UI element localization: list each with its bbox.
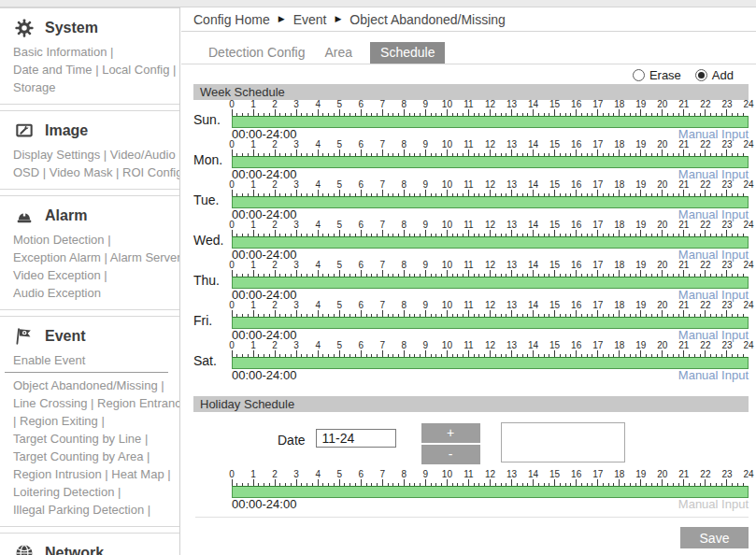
time-range: 00:00-24:00 [232, 289, 296, 301]
breadcrumb-item-event[interactable]: Event [293, 12, 327, 27]
schedule-bar[interactable] [232, 236, 749, 249]
hour-label: 19 [635, 470, 646, 479]
sidebar-section-header: Network [14, 543, 172, 555]
breadcrumb-item-config-home[interactable]: Config Home [193, 12, 270, 27]
add-date-button[interactable]: + [421, 423, 480, 443]
breadcrumb: Config Home▶Event▶Object Abandoned/Missi… [181, 7, 756, 32]
hour-label: 1 [250, 100, 256, 109]
hour-label: 13 [506, 301, 517, 310]
hour-label: 11 [464, 221, 473, 230]
hour-label: 20 [657, 100, 667, 109]
sidebar-link-line[interactable]: Loitering Detection | [13, 483, 172, 501]
hour-label: 4 [315, 261, 321, 270]
hour-label: 19 [635, 221, 646, 230]
sidebar-link-line[interactable]: Object Abandoned/Missing | [13, 377, 172, 394]
sidebar-link-line[interactable]: Motion Detection | [13, 231, 172, 249]
sidebar-link-line[interactable]: Line Crossing | Region Entrance [13, 394, 172, 412]
hour-label: 16 [571, 301, 581, 310]
hour-label: 20 [657, 180, 667, 190]
hour-label: 1 [250, 140, 256, 149]
gear-icon [14, 18, 35, 38]
sidebar-link-line[interactable]: Target Counting by Line | [13, 430, 172, 448]
date-input[interactable] [316, 429, 396, 448]
hour-label: 3 [293, 261, 299, 270]
save-button[interactable]: Save [680, 527, 749, 548]
timeline: 0123456789101112131415161718192021222324… [232, 140, 749, 180]
hour-label: 10 [442, 180, 452, 190]
hour-label: 15 [549, 470, 560, 479]
sidebar-link-line[interactable]: Storage [13, 78, 172, 96]
breadcrumb-item-object-abandoned-missing: Object Abandoned/Missing [349, 12, 506, 27]
hour-label: 9 [423, 221, 429, 230]
sidebar-link-line[interactable]: Date and Time | Local Config | [13, 61, 172, 78]
schedule-bar[interactable] [232, 277, 749, 289]
hour-label: 8 [402, 180, 407, 190]
hour-label: 6 [358, 221, 364, 230]
hour-label: 0 [229, 100, 235, 109]
day-label: Sun. [193, 100, 232, 140]
ruler-ticks [232, 310, 749, 317]
sidebar-section-title: Alarm [45, 207, 87, 224]
remove-date-button[interactable]: - [421, 445, 480, 464]
schedule-bar[interactable] [232, 196, 749, 208]
time-range: 00:00-24:00 [232, 168, 296, 180]
sidebar-link-line[interactable]: Target Counting by Area | [13, 448, 172, 465]
sidebar-link-line[interactable]: Audio Exception [13, 284, 172, 302]
hour-label: 8 [402, 100, 407, 109]
hour-label: 7 [380, 140, 386, 149]
sidebar-link-line[interactable]: OSD | Video Mask | ROI Config [13, 164, 172, 181]
tab-area[interactable]: Area [323, 42, 355, 64]
holiday-date-listbox[interactable] [501, 422, 625, 462]
hour-label: 12 [485, 100, 495, 109]
hour-label: 18 [614, 341, 624, 350]
ruler-ticks [232, 479, 749, 486]
ruler-hour-labels: 0123456789101112131415161718192021222324 [232, 221, 749, 230]
hour-label: 22 [700, 341, 710, 350]
hour-label: 7 [380, 470, 386, 479]
timeline: 0123456789101112131415161718192021222324… [232, 100, 749, 140]
hour-label: 15 [549, 100, 560, 109]
sidebar-item-enable-event[interactable]: Enable Event [13, 351, 172, 369]
hour-label: 7 [380, 301, 386, 310]
hour-label: 21 [678, 341, 689, 350]
sidebar-link-line[interactable]: Exception Alarm | Alarm Server | [13, 249, 172, 266]
day-label: Tue. [193, 180, 232, 221]
radio-add[interactable]: Add [695, 68, 734, 82]
tab-schedule[interactable]: Schedule [370, 42, 445, 64]
sidebar-link-line[interactable]: | Region Exiting | [13, 412, 172, 430]
hour-label: 22 [700, 261, 710, 270]
sidebar-link-line[interactable]: Video Exception | [13, 266, 172, 284]
day-label: Thu. [193, 261, 232, 301]
radio-label: Erase [649, 68, 681, 82]
hour-label: 24 [743, 301, 753, 310]
hour-label: 19 [635, 180, 646, 190]
schedule-bar[interactable] [232, 116, 749, 128]
hour-label: 17 [592, 140, 603, 149]
radio-erase[interactable]: Erase [633, 68, 681, 82]
hour-label: 2 [272, 221, 278, 230]
sidebar-link-line[interactable]: Region Intrusion | Heat Map | [13, 465, 172, 483]
radio-button-icon [695, 69, 707, 81]
hour-label: 0 [229, 261, 235, 270]
sidebar-link-line[interactable]: Illegal Parking Detection | [13, 501, 172, 519]
schedule-bar[interactable] [232, 317, 749, 329]
hour-label: 17 [592, 261, 603, 270]
sidebar-link-line[interactable]: Basic Information | [13, 43, 172, 61]
tab-detection-config[interactable]: Detection Config [207, 42, 307, 64]
manual-input-link[interactable]: Manual Input [678, 369, 749, 381]
sidebar-link-line[interactable]: Display Settings | Video/Audio | [13, 146, 172, 164]
hour-label: 21 [678, 261, 689, 270]
time-range: 00:00-24:00 [232, 208, 296, 221]
hour-label: 0 [229, 140, 235, 149]
hour-label: 23 [721, 261, 732, 270]
schedule-bar[interactable] [232, 357, 749, 369]
hour-label: 9 [423, 470, 429, 479]
hour-label: 15 [549, 221, 560, 230]
holiday-schedule-title: Holiday Schedule [200, 397, 294, 411]
hour-label: 22 [700, 100, 710, 109]
schedule-bar[interactable] [232, 156, 749, 168]
hour-label: 12 [485, 180, 495, 190]
hour-label: 14 [528, 221, 538, 230]
hour-label: 23 [721, 180, 732, 190]
schedule-bar[interactable] [232, 486, 749, 498]
